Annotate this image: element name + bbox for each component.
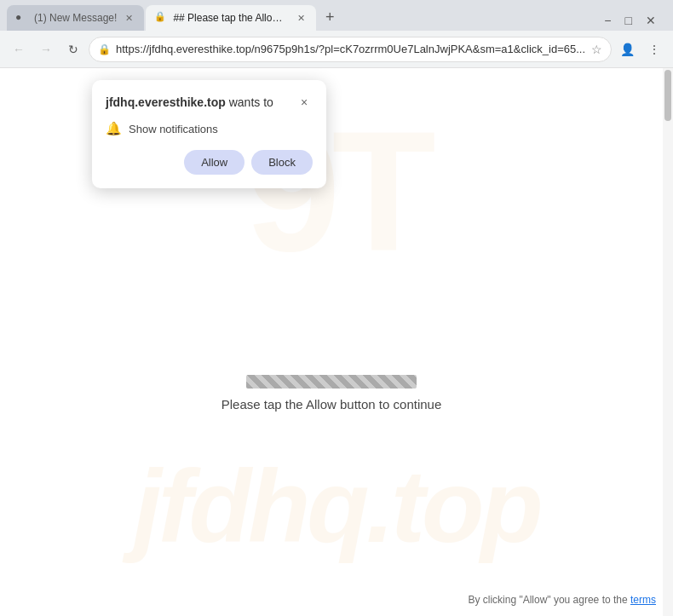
notification-label: Show notifications [129,123,218,135]
profile-icon: 👤 [620,43,635,56]
loading-text: Please tap the Allow button to continue [221,397,442,412]
progress-bar [246,375,417,389]
terms-link[interactable]: terms [630,594,656,606]
block-button[interactable]: Block [251,150,313,175]
address-text: https://jfdhq.everesthike.top/n9675p9h1s… [116,43,586,55]
profile-button[interactable]: 👤 [615,37,639,61]
tab-2-close[interactable]: ✕ [294,11,308,25]
forward-button[interactable]: → [34,37,58,61]
tab-2[interactable]: 🔒 ## Please tap the Allow button... ✕ [146,5,316,31]
bookmark-star[interactable]: ☆ [591,43,602,56]
address-bar[interactable]: 🔒 https://jfdhq.everesthike.top/n9675p9h… [89,37,612,62]
tab-bar: ● (1) New Message! ✕ 🔒 ## Please tap the… [0,0,673,31]
popup-title: jfdhq.everesthike.top wants to [106,95,273,109]
tab-1-favicon: ● [15,11,29,25]
popup-domain: jfdhq.everesthike.top [106,95,226,109]
toolbar: ← → ↻ 🔒 https://jfdhq.everesthike.top/n9… [0,31,673,68]
popup-header: jfdhq.everesthike.top wants to × [106,94,313,111]
notification-popup: jfdhq.everesthike.top wants to × 🔔 Show … [92,80,326,188]
menu-icon: ⋮ [648,43,660,56]
browser-window: ● (1) New Message! ✕ 🔒 ## Please tap the… [0,0,673,616]
new-tab-button[interactable]: + [318,5,342,29]
scrollbar[interactable] [663,68,673,616]
tab-1-title: (1) New Message! [34,12,117,24]
lock-icon: 🔒 [98,43,111,55]
reload-button[interactable]: ↻ [61,37,85,61]
allow-button[interactable]: Allow [184,150,244,175]
tab-1[interactable]: ● (1) New Message! ✕ [7,5,144,31]
toolbar-actions: 👤 ⋮ [615,37,666,61]
tab-2-title: ## Please tap the Allow button... [173,12,289,24]
tab-2-favicon: 🔒 [154,11,168,25]
bottom-terms: By clicking "Allow" you agree to the ter… [468,594,656,606]
page-content: jfdhq.everesthike.top wants to × 🔔 Show … [0,68,673,616]
window-controls: − □ ✕ [594,14,666,27]
maximize-button[interactable]: □ [625,14,632,27]
watermark-bottom: jfdhq.top [0,447,673,565]
popup-notification-row: 🔔 Show notifications [106,121,313,136]
bell-icon: 🔔 [106,121,122,136]
close-button[interactable]: ✕ [646,14,656,27]
popup-close-button[interactable]: × [296,94,313,111]
scrollbar-thumb[interactable] [664,70,671,121]
back-button[interactable]: ← [7,37,31,61]
minimize-button[interactable]: − [604,14,611,27]
loading-section: Please tap the Allow button to continue [221,375,442,412]
popup-buttons: Allow Block [106,150,313,175]
menu-button[interactable]: ⋮ [642,37,666,61]
bottom-text: By clicking "Allow" you agree to the [468,594,627,606]
tab-1-close[interactable]: ✕ [122,11,135,25]
